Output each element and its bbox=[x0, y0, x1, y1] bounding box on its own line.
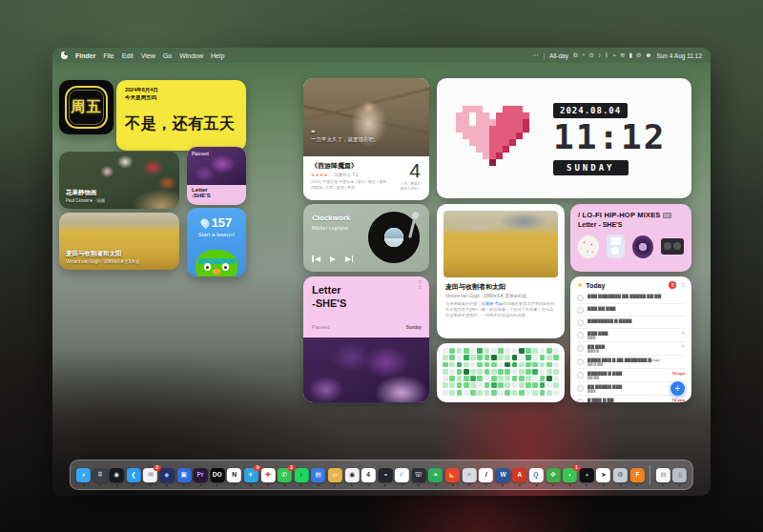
reminder-checkbox[interactable] bbox=[577, 307, 584, 314]
friday-countdown-widget[interactable]: 2024年8月4日 今天是周五吗 不是，还有五天 bbox=[116, 80, 246, 151]
dock-icon-spotify[interactable]: ♪ bbox=[295, 468, 309, 482]
adobe-glyph: A bbox=[517, 472, 522, 479]
reminder-checkbox[interactable] bbox=[577, 345, 584, 352]
mini-music-widget[interactable]: Paused Letter -SHE'S bbox=[187, 147, 246, 205]
reminder-item[interactable]: ▇ ▇▇▇ ▇ ▇▇▇▇7d ago bbox=[577, 396, 685, 402]
artist-link[interactable]: 文森特·梵高 bbox=[482, 301, 503, 306]
reminder-checkbox[interactable] bbox=[577, 385, 584, 392]
dock-icon-mail[interactable]: ✉2 bbox=[143, 468, 157, 482]
vinyl-thumb[interactable] bbox=[632, 235, 653, 258]
reminder-item[interactable]: ▇▇▇▇▇▇▇▇ ▇ ▇▇▇▇ bbox=[577, 317, 685, 329]
play-button[interactable] bbox=[330, 256, 336, 262]
ipod-thumb[interactable] bbox=[607, 235, 625, 258]
dock-icon-red-app[interactable]: ◣ bbox=[445, 468, 460, 482]
dock-icon-trash[interactable]: ▯ bbox=[672, 468, 687, 482]
today-reminders-widget[interactable]: ★ Today 5 ≡ ▇▇▇ ▇▇▇▇▇▇▇ ▇▇ ▇▇▇▇▇ ▇▇ ▇▇▇▇… bbox=[570, 276, 691, 402]
focus-icon[interactable]: ⊙ bbox=[589, 51, 594, 59]
apple-menu-icon[interactable] bbox=[61, 51, 68, 59]
dock-icon-quark[interactable]: Q bbox=[529, 468, 544, 482]
menu-item-file[interactable]: File bbox=[103, 52, 113, 59]
menu-item-go[interactable]: Go bbox=[163, 52, 172, 59]
previous-track-button[interactable] bbox=[312, 256, 320, 262]
music-icon[interactable]: ♪ bbox=[598, 51, 601, 59]
dock-icon-github[interactable]: ◉ bbox=[344, 468, 359, 482]
dock-icon-app-store[interactable]: ◉ bbox=[110, 468, 124, 482]
menu-app-name[interactable]: Finder bbox=[75, 52, 95, 59]
dock-icon-blue-app[interactable]: ▤ bbox=[311, 468, 325, 482]
menu-item-view[interactable]: View bbox=[141, 52, 155, 59]
lofi-playlist-widget[interactable]: / LO-FI HIP-HOP MIXES Letter - SHE'S bbox=[570, 204, 691, 272]
dock-icon-finder[interactable]: ◑ bbox=[76, 468, 91, 482]
user-icon[interactable]: ☻ bbox=[646, 51, 652, 59]
menu-item-edit[interactable]: Edit bbox=[122, 52, 134, 59]
artwork-detail-widget[interactable]: 麦田与收割者和太阳 Vincent van Gogh · 1889年6月 圣雷米… bbox=[437, 204, 565, 338]
movie-widget[interactable]: ❝ 一万年太久了，就要现在吧。 《西游降魔篇》 ★★★★☆ 豆瓣评分 7.2 2… bbox=[303, 78, 429, 200]
reminder-checkbox[interactable] bbox=[577, 358, 584, 365]
dock-icon-messages[interactable]: ◗1 bbox=[563, 468, 577, 482]
friday-icon-widget[interactable]: 周五 bbox=[59, 80, 113, 134]
dock-icon-evernote[interactable]: ❧ bbox=[428, 468, 443, 482]
dock-icon-do-app[interactable]: DO bbox=[211, 468, 225, 482]
menu-item-help[interactable]: Help bbox=[211, 52, 224, 59]
battery-icon[interactable]: ▮ bbox=[629, 51, 633, 59]
more-icon[interactable]: ⋯ bbox=[532, 51, 539, 59]
menu-clock[interactable]: Sun 4 Aug 11:12 bbox=[656, 52, 702, 59]
art-widget-vangogh[interactable]: 麦田与收割者和太阳 Vincent van Gogh · 1889年6月至9月初 bbox=[59, 213, 179, 270]
sticker-thumb[interactable] bbox=[578, 235, 599, 258]
screen-record-icon[interactable]: ◔ bbox=[582, 51, 586, 59]
stage-manager-icon[interactable]: ⧉ bbox=[573, 51, 578, 59]
reminder-item[interactable]: ▇▇ ▇▇▇▇▇▇ ▇⚑ bbox=[577, 342, 685, 356]
menu-item-window[interactable]: Window bbox=[179, 52, 203, 59]
art-widget-cezanne[interactable]: 花果静物画 Paul Cézanne · 油画 bbox=[59, 152, 179, 209]
reminder-checkbox[interactable] bbox=[577, 332, 584, 338]
dock-icon-calendar[interactable]: 4 bbox=[361, 468, 376, 482]
dock-icon-shield[interactable]: ✜ bbox=[546, 468, 560, 482]
music-player-widget[interactable]: Clockwork Michel Legrand bbox=[303, 204, 429, 272]
next-track-button[interactable] bbox=[345, 256, 354, 262]
dock-icon-health[interactable]: ✚ bbox=[260, 468, 275, 482]
dock-icon-notion[interactable]: N bbox=[227, 468, 241, 482]
reminder-checkbox[interactable] bbox=[577, 295, 584, 301]
dock-icon-car-app[interactable]: ⌁ bbox=[379, 468, 393, 482]
dock-icon-settings[interactable]: ⚙ bbox=[613, 468, 628, 482]
dock-icon-fdm[interactable]: F bbox=[629, 468, 644, 482]
dock-icon-wechat[interactable]: ✆3 bbox=[278, 468, 292, 482]
dock-icon-cron[interactable]: / bbox=[479, 468, 493, 482]
dock-icon-tasks[interactable]: ◆ bbox=[160, 468, 175, 482]
duolingo-streak-widget[interactable]: 157 Start a lesson! bbox=[187, 208, 246, 276]
reminder-checkbox[interactable] bbox=[577, 399, 584, 402]
reminder-item[interactable]: ▇▇▇▇ ▇▇▇ ▇ ▇▇ ▇▇▇▇▇▇▇ ▇-hop▇▇ ▇ ▇▇ bbox=[577, 356, 685, 369]
reminder-item[interactable]: ▇▇ ▇▇▇▇▇ ▇▇▇▇▇▇7d ago bbox=[577, 382, 685, 396]
dock-icon-vscode[interactable]: ❮ bbox=[127, 468, 141, 482]
boombox-thumb[interactable] bbox=[661, 238, 684, 255]
dock-icon-raycast[interactable]: ➤ bbox=[596, 468, 610, 482]
wifi-icon[interactable]: ≋ bbox=[620, 51, 625, 59]
bluetooth-icon[interactable]: ᛒ bbox=[605, 51, 608, 59]
reminder-item[interactable]: ▇▇▇ ▇▇▇▇▇▇▇ ▇▇ ▇▇▇▇▇ ▇▇ ▇▇ bbox=[577, 292, 685, 304]
dock-icon-premiere[interactable]: Pr bbox=[194, 468, 208, 482]
dock-icon-adobe[interactable]: A bbox=[512, 468, 526, 482]
dock-icon-record[interactable]: ● bbox=[580, 468, 594, 482]
keyboard-brightness-icon[interactable]: ⌁ bbox=[612, 51, 616, 59]
contribution-grid-widget[interactable] bbox=[437, 343, 565, 402]
dock-icon-launchpad[interactable]: ⠿ bbox=[93, 468, 107, 482]
dock-icon-telegram[interactable]: ✈9 bbox=[244, 468, 258, 482]
list-menu-icon[interactable]: ≡ bbox=[681, 282, 685, 288]
dock-icon-things[interactable]: ✓ bbox=[395, 468, 409, 482]
dock-icon-photos[interactable]: ▣ bbox=[176, 468, 191, 482]
dock-icon-phone[interactable]: ☏ bbox=[412, 468, 426, 482]
reminder-checkbox[interactable] bbox=[577, 319, 584, 326]
dock-icon-textedit[interactable]: ▤ bbox=[656, 468, 670, 482]
dock-icon-word[interactable]: W bbox=[496, 468, 510, 482]
reminder-item[interactable]: ▇▇▇▇▇▇ ▇ ▇▇▇▇▇ ▇▇7d ago bbox=[577, 369, 685, 382]
add-reminder-button[interactable]: + bbox=[670, 381, 685, 396]
reminder-item[interactable]: ▇▇▇ ▇▇ ▇▇▇ bbox=[577, 304, 685, 317]
reminder-item[interactable]: ▇▇▇ ▇▇▇▇▇▇⚑ bbox=[577, 329, 685, 342]
dock-icon-idea[interactable]: ✧ bbox=[462, 468, 476, 482]
reminder-checkbox[interactable] bbox=[577, 372, 584, 379]
dock-icon-folder-yellow[interactable]: ▱ bbox=[328, 468, 342, 482]
pixel-clock-widget[interactable]: 2024.08.04 11:12 SUNDAY bbox=[437, 78, 691, 198]
all-day-label[interactable]: All-day bbox=[549, 52, 568, 59]
now-playing-card-widget[interactable]: Letter -SHE'S Paused 11:12 Sunday bbox=[303, 276, 429, 402]
do-not-disturb-icon[interactable]: ⊖ bbox=[636, 51, 641, 59]
